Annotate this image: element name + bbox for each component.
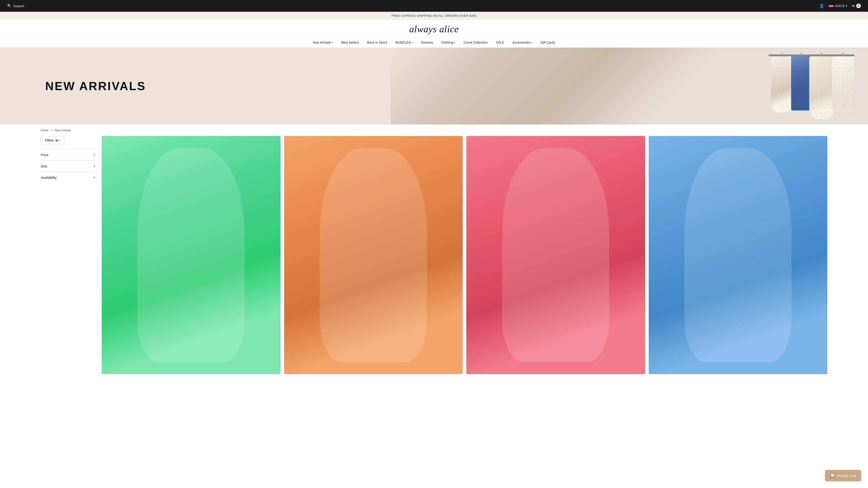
model-figure-1 <box>102 136 281 374</box>
garment-3 <box>809 56 834 120</box>
nav-item-gift-cards[interactable]: Gift Cards <box>536 37 559 47</box>
nav-item-label: Curve Collection <box>464 41 488 44</box>
cart-icon: 🛍 <box>852 4 855 8</box>
nav-item-bundles[interactable]: BUNDLES▾ <box>391 37 417 47</box>
model-figure-4 <box>649 136 828 374</box>
garment-1 <box>771 56 794 113</box>
search-icon: 🔍 <box>7 4 11 8</box>
cart-count: 0 <box>856 4 861 8</box>
nav-item-label: Best Sellers <box>341 41 359 44</box>
filters-toggle-button[interactable]: Filters ⊞ ‹ <box>41 136 64 144</box>
hero-text-area: NEW ARRIVALS <box>0 66 191 106</box>
hero-banner: NEW ARRIVALS <box>0 48 868 125</box>
model-silhouette-4 <box>684 148 792 362</box>
breadcrumb: Home > New Arrivals <box>0 125 868 136</box>
hero-title: NEW ARRIVALS <box>45 79 146 93</box>
nav-item-best-sellers[interactable]: Best Sellers <box>337 37 363 47</box>
nav-chevron-icon: ▾ <box>454 41 455 44</box>
nav-chevron-icon: ▾ <box>531 41 532 44</box>
model-silhouette-1 <box>137 148 245 362</box>
top-bar-right: 👤 AUD $ ▾ 🛍 0 <box>819 3 861 8</box>
nav-chevron-icon: ▾ <box>332 41 333 44</box>
nav-item-label: Back In Stock <box>367 41 387 44</box>
breadcrumb-home-link[interactable]: Home <box>41 129 49 132</box>
nav-item-sale[interactable]: SALE <box>492 37 508 47</box>
model-silhouette-2 <box>320 148 427 362</box>
model-silhouette-3 <box>502 148 609 362</box>
product-image-mint <box>102 136 281 374</box>
product-area: Filters ⊞ ‹ Price ▾ Size ▾ Availability … <box>0 136 868 374</box>
filter-toggle-label: Filters <box>45 138 54 142</box>
product-grid <box>102 136 827 374</box>
hero-image-area <box>391 48 868 125</box>
filter-size-header[interactable]: Size ▾ <box>41 164 95 168</box>
nav-item-clothing[interactable]: Clothing▾ <box>437 37 460 47</box>
nav-item-label: Accessories <box>513 41 530 44</box>
product-image-peach <box>284 136 463 374</box>
rack-bar <box>769 55 855 56</box>
flag-icon <box>829 4 834 7</box>
nav-item-label: Gift Cards <box>540 41 555 44</box>
logo-bar: always alice <box>0 20 868 37</box>
logo-link[interactable]: always alice <box>409 29 459 33</box>
account-icon[interactable]: 👤 <box>819 3 824 8</box>
filter-price-label: Price <box>41 153 49 157</box>
top-bar: 🔍 Search 👤 AUD $ ▾ 🛍 0 <box>0 0 868 12</box>
main-navigation: New Arrivals▾Best SellersBack In StockBU… <box>0 37 868 48</box>
currency-chevron-icon: ▾ <box>846 4 847 8</box>
filter-size-chevron-icon: ▾ <box>94 165 95 168</box>
sidebar-filters: Filters ⊞ ‹ Price ▾ Size ▾ Availability … <box>41 136 95 374</box>
search-button[interactable]: 🔍 Search <box>7 4 24 8</box>
breadcrumb-current: New Arrivals <box>55 129 71 132</box>
announcement-text: FREE EXPRESS SHIPPING ON ALL ORDERS OVER… <box>392 14 476 18</box>
announcement-bar: FREE EXPRESS SHIPPING ON ALL ORDERS OVER… <box>0 12 868 20</box>
nav-item-label: New Arrivals <box>313 41 331 44</box>
garment-4 <box>832 56 855 115</box>
nav-item-label: BUNDLES <box>395 41 411 44</box>
product-image-pink <box>466 136 645 374</box>
nav-item-label: Clothing <box>441 41 454 44</box>
filter-section-availability: Availability ▾ <box>41 172 95 183</box>
nav-chevron-icon: ▾ <box>412 41 413 44</box>
nav-item-dresses[interactable]: Dresses <box>417 37 437 47</box>
nav-item-back-in-stock[interactable]: Back In Stock <box>363 37 391 47</box>
nav-item-new-arrivals[interactable]: New Arrivals▾ <box>309 37 337 47</box>
filter-size-label: Size <box>41 164 47 168</box>
nav-item-label: Dresses <box>421 41 433 44</box>
breadcrumb-separator: > <box>51 129 53 132</box>
garment-2 <box>791 56 811 110</box>
filter-availability-chevron-icon: ▾ <box>94 176 95 179</box>
product-card[interactable] <box>102 136 281 374</box>
filter-icon: ⊞ ‹ <box>55 138 60 142</box>
search-label: Search <box>13 4 24 8</box>
product-image-blue <box>649 136 828 374</box>
currency-selector[interactable]: AUD $ ▾ <box>829 4 847 8</box>
nav-item-label: SALE <box>496 41 504 44</box>
filter-section-size: Size ▾ <box>41 160 95 172</box>
filter-section-price: Price ▾ <box>41 149 95 160</box>
filter-availability-header[interactable]: Availability ▾ <box>41 175 95 180</box>
product-card[interactable] <box>466 136 645 374</box>
currency-label: AUD $ <box>835 4 844 8</box>
logo-text: always alice <box>409 24 459 34</box>
nav-item-curve-collection[interactable]: Curve Collection <box>460 37 492 47</box>
product-card[interactable] <box>649 136 828 374</box>
model-figure-3 <box>466 136 645 374</box>
filter-price-header[interactable]: Price ▾ <box>41 153 95 157</box>
nav-item-accessories[interactable]: Accessories▾ <box>508 37 536 47</box>
filter-availability-label: Availability <box>41 175 57 180</box>
product-card[interactable] <box>284 136 463 374</box>
clothing-rack-decoration <box>764 50 859 122</box>
filter-price-chevron-icon: ▾ <box>94 153 95 157</box>
cart-button[interactable]: 🛍 0 <box>852 4 861 8</box>
model-figure-2 <box>284 136 463 374</box>
